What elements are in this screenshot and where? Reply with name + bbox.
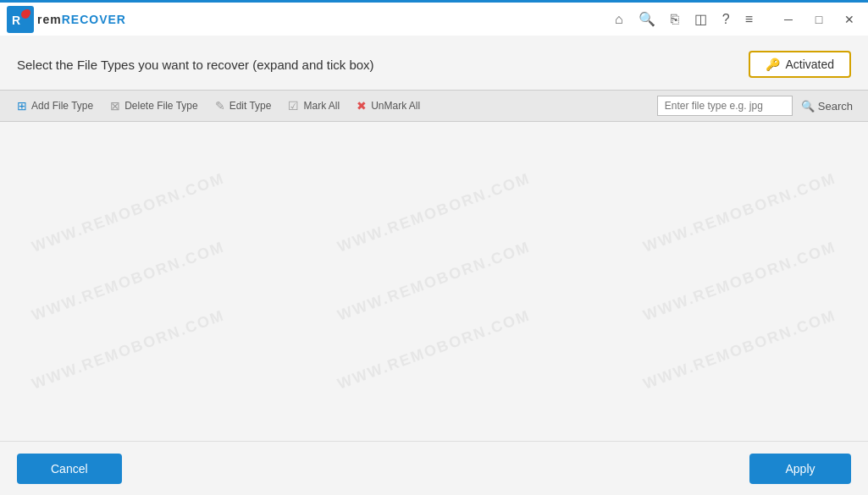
mark-all-button[interactable]: ☑ Mark All [281, 96, 346, 116]
unmark-icon: ✖ [357, 99, 367, 113]
unmark-all-button[interactable]: ✖ UnMark All [350, 96, 427, 116]
add-icon: ⊞ [17, 99, 27, 113]
edit-icon: ✎ [215, 99, 225, 113]
search-box: 🔍 Search [657, 96, 858, 116]
watermark-text: WWW.REMOBORN.COM [641, 306, 839, 393]
title-bar-icons: ⌂ 🔍 ⎘ ◫ ? ≡ ─ □ ✕ [615, 8, 861, 31]
content-area: WWW.REMOBORN.COM WWW.REMOBORN.COM WWW.RE… [0, 122, 868, 441]
search-icon[interactable]: 🔍 [639, 11, 655, 27]
toolbar: ⊞ Add File Type ⊠ Delete File Type ✎ Edi… [0, 90, 868, 122]
watermark-row-1: WWW.REMOBORN.COM WWW.REMOBORN.COM WWW.RE… [26, 204, 842, 222]
logo-text: remRECOVER [37, 13, 126, 26]
close-button[interactable]: ✕ [838, 8, 861, 31]
mark-all-label: Mark All [303, 100, 340, 112]
page-title: Select the File Types you want to recove… [17, 58, 374, 72]
footer: Cancel Apply [0, 441, 868, 495]
title-bar: R remRECOVER ⌂ 🔍 ⎘ ◫ ? ≡ ─ □ ✕ [0, 0, 868, 36]
bookmark-icon[interactable]: ◫ [694, 11, 707, 27]
edit-file-type-button[interactable]: ✎ Edit Type [208, 96, 279, 116]
search-label: Search [818, 100, 853, 113]
window-controls: ─ □ ✕ [777, 8, 861, 31]
add-file-type-button[interactable]: ⊞ Add File Type [10, 96, 100, 116]
svg-point-1 [21, 10, 30, 19]
main-window: Select the File Types you want to recove… [0, 36, 868, 495]
logo-icon: R [7, 6, 34, 33]
logo: R remRECOVER [7, 6, 126, 33]
watermark-text: WWW.REMOBORN.COM [641, 169, 839, 256]
menu-icon[interactable]: ≡ [745, 12, 753, 27]
search-input[interactable] [657, 96, 793, 116]
search-button[interactable]: 🔍 Search [796, 96, 858, 116]
delete-file-type-label: Delete File Type [124, 100, 198, 112]
watermark-text: WWW.REMOBORN.COM [30, 169, 228, 256]
watermark-row-3: WWW.REMOBORN.COM WWW.REMOBORN.COM WWW.RE… [26, 341, 842, 359]
key-icon: 🔑 [766, 58, 780, 71]
cancel-button[interactable]: Cancel [17, 454, 122, 484]
watermark-text: WWW.REMOBORN.COM [641, 238, 839, 324]
apply-button[interactable]: Apply [749, 454, 851, 484]
add-file-type-label: Add File Type [31, 100, 93, 112]
watermark-text: WWW.REMOBORN.COM [30, 306, 228, 393]
title-bar-left: R remRECOVER [7, 6, 126, 33]
watermark-text: WWW.REMOBORN.COM [335, 238, 534, 324]
watermark-text: WWW.REMOBORN.COM [335, 169, 534, 256]
activated-label: Activated [785, 58, 834, 71]
svg-text:R: R [12, 14, 20, 27]
home-icon[interactable]: ⌂ [615, 12, 623, 27]
minimize-button[interactable]: ─ [777, 8, 800, 31]
unmark-all-label: UnMark All [371, 100, 420, 112]
mark-icon: ☑ [288, 99, 299, 113]
delete-file-type-button[interactable]: ⊠ Delete File Type [103, 96, 205, 116]
watermark-row-2: WWW.REMOBORN.COM WWW.REMOBORN.COM WWW.RE… [26, 272, 842, 290]
header-section: Select the File Types you want to recove… [0, 36, 868, 90]
activated-button[interactable]: 🔑 Activated [749, 51, 851, 78]
share-icon[interactable]: ⎘ [671, 12, 679, 27]
help-icon[interactable]: ? [722, 12, 730, 27]
watermark-text: WWW.REMOBORN.COM [335, 306, 534, 393]
edit-file-type-label: Edit Type [229, 100, 272, 112]
search-icon-btn: 🔍 [801, 100, 815, 113]
delete-icon: ⊠ [110, 99, 120, 113]
watermark-text: WWW.REMOBORN.COM [30, 238, 228, 324]
watermark: WWW.REMOBORN.COM WWW.REMOBORN.COM WWW.RE… [0, 122, 868, 441]
maximize-button[interactable]: □ [807, 8, 831, 31]
